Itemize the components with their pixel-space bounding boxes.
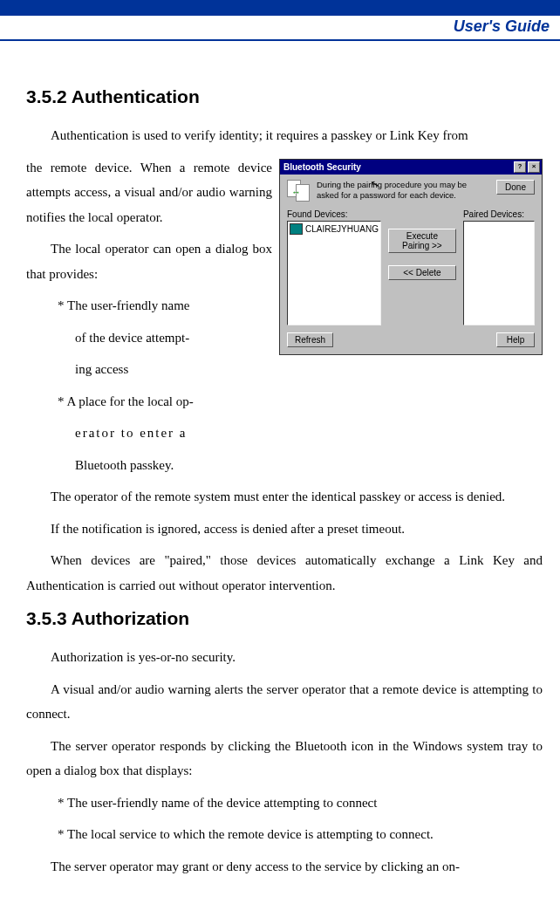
auth-para-1b: the remote device. When a remote device … bbox=[26, 155, 288, 230]
done-button[interactable]: Done bbox=[496, 180, 535, 195]
auth-para-3: The operator of the remote system must e… bbox=[26, 484, 543, 510]
execute-pairing-button[interactable]: Execute Pairing >> bbox=[388, 229, 456, 253]
section-heading-authentication: 3.5.2 Authentication bbox=[26, 86, 543, 107]
help-icon[interactable]: ? bbox=[514, 161, 526, 173]
authz-para-2: A visual and/or audio warning alerts the… bbox=[26, 677, 543, 727]
auth-bullet-1c: ing access bbox=[75, 357, 288, 382]
refresh-button[interactable]: Refresh bbox=[287, 332, 333, 347]
page-header: User's Guide bbox=[0, 16, 560, 41]
page-content: 3.5.2 Authentication Authentication is u… bbox=[0, 41, 560, 903]
list-item[interactable]: CLAIREJYHUANG bbox=[290, 223, 379, 235]
authz-para-1: Authorization is yes-or-no security. bbox=[26, 645, 543, 670]
header-title: User's Guide bbox=[454, 17, 550, 36]
top-blue-bar bbox=[0, 0, 560, 16]
computer-icon bbox=[290, 223, 303, 235]
help-button[interactable]: Help bbox=[496, 332, 535, 347]
authz-para-3: The server operator responds by clicking… bbox=[26, 734, 543, 784]
authz-bullet-1: * The user-friendly name of the device a… bbox=[58, 791, 543, 816]
paired-devices-label: Paired Devices: bbox=[463, 209, 535, 219]
auth-bullet-2b: erator to enter a bbox=[75, 421, 288, 446]
paired-devices-list[interactable] bbox=[463, 221, 535, 325]
device-name: CLAIREJYHUANG bbox=[305, 224, 379, 234]
auth-bullet-2a: * A place for the local op- bbox=[58, 389, 288, 414]
bluetooth-security-dialog: Bluetooth Security ? × ↔ ↖ During the pa… bbox=[279, 159, 543, 356]
pairing-icon: ↔ bbox=[287, 180, 311, 201]
dialog-title: Bluetooth Security bbox=[283, 162, 361, 172]
found-devices-label: Found Devices: bbox=[287, 209, 381, 219]
auth-bullet-2c: Bluetooth passkey. bbox=[75, 453, 288, 478]
auth-bullet-1b: of the device attempt- bbox=[75, 325, 288, 351]
close-icon[interactable]: × bbox=[528, 161, 540, 173]
dialog-message: ↖ During the pairing procedure you may b… bbox=[317, 180, 491, 202]
authz-para-4: The server operator may grant or deny ac… bbox=[26, 854, 543, 880]
delete-button[interactable]: << Delete bbox=[388, 265, 456, 280]
auth-bullet-1a: * The user-friendly name bbox=[58, 293, 288, 318]
authz-bullet-2: * The local service to which the remote … bbox=[58, 822, 543, 847]
auth-para-1a: Authentication is used to verify identit… bbox=[26, 123, 543, 148]
auth-para-4: If the notification is ignored, access i… bbox=[26, 517, 543, 542]
auth-para-5: When devices are "paired," those devices… bbox=[26, 548, 543, 598]
found-devices-list[interactable]: CLAIREJYHUANG bbox=[287, 221, 381, 325]
auth-para-2: The local operator can open a dialog box… bbox=[26, 236, 288, 286]
dialog-titlebar: Bluetooth Security ? × bbox=[280, 160, 542, 175]
section-heading-authorization: 3.5.3 Authorization bbox=[26, 608, 543, 629]
